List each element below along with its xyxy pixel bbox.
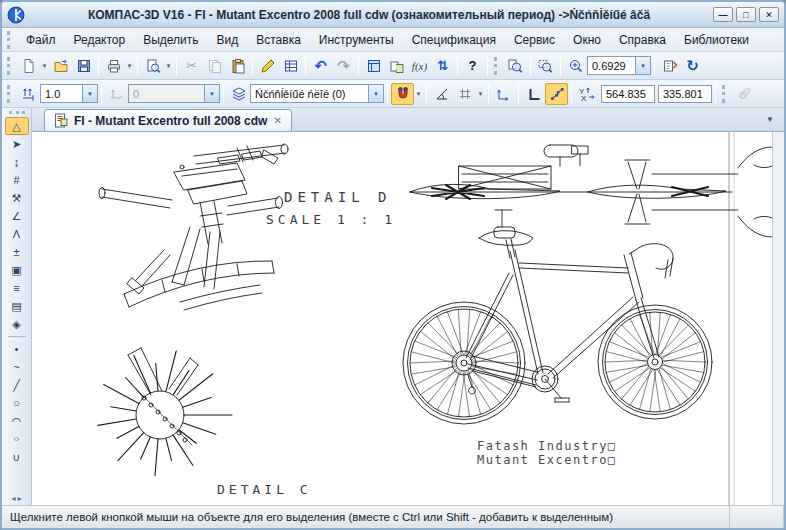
zoom-scale-combo-arrow[interactable]: ▼ (635, 57, 650, 74)
document-tab[interactable]: FI - Mutant Excentro full 2008 cdw ✕ (44, 109, 292, 131)
selection-plus-minus-icon[interactable]: ± (5, 243, 29, 261)
panel-scroll-next-icon[interactable]: ▸ (18, 494, 22, 503)
layer-value: Ńčńňĺěíűé ńëîé (0) (251, 88, 368, 100)
menu-item-6[interactable]: Спецификация (403, 30, 505, 50)
menu-item-1[interactable]: Редактор (65, 30, 135, 50)
zoom-by-frame-button[interactable] (534, 55, 557, 77)
window-manager-button[interactable] (362, 55, 385, 77)
menu-item-10[interactable]: Библиотеки (675, 30, 758, 50)
tab-close-icon[interactable]: ✕ (273, 115, 281, 126)
grid-dropdown[interactable]: ▼ (476, 83, 485, 105)
vertical-scrollbar[interactable] (772, 132, 784, 505)
cursor-step-combo[interactable]: 1.0 ▼ (40, 84, 98, 103)
panel-grip (9, 111, 25, 114)
toolbar-grip (7, 85, 12, 103)
resize-grip[interactable] (783, 506, 784, 528)
menu-item-4[interactable]: Вставка (247, 30, 310, 50)
maximize-button[interactable]: □ (736, 7, 756, 22)
save-button[interactable] (72, 55, 95, 77)
copies-combo: 0 ▼ (128, 84, 220, 103)
angle-snap-button[interactable] (430, 83, 453, 105)
circle-tool-icon[interactable]: ○ (5, 394, 29, 412)
selection-cursor-icon[interactable]: ➤ (5, 135, 29, 153)
variables-fx-button[interactable]: f(x) (408, 55, 431, 77)
drawing-canvas[interactable]: DETAIL D SCALE 1 : 1 Fatash Industry□ Mu… (32, 132, 784, 505)
open-document-button[interactable] (49, 55, 72, 77)
title-bar: КОМПАС-3D V16 - FI - Mutant Excentro 200… (2, 2, 784, 28)
menu-item-0[interactable]: Файл (17, 30, 65, 50)
hub-detail-view (98, 348, 232, 476)
detail-c-title: DETAIL C (217, 482, 312, 497)
zoom-by-page-button[interactable] (504, 55, 527, 77)
tab-list-dropdown-icon[interactable]: ▼ (760, 115, 780, 124)
layer-combo-arrow[interactable]: ▼ (368, 85, 383, 102)
x-coordinate-input[interactable] (601, 85, 655, 103)
status-cell (729, 506, 783, 528)
curve-tool-icon[interactable]: ∪ (5, 448, 29, 466)
copy-properties-button[interactable] (385, 55, 408, 77)
copies-icon (105, 83, 128, 105)
coordinates-icon: YX (575, 83, 598, 105)
geometry-icon[interactable]: △ (5, 117, 29, 135)
undo-button[interactable]: ↶ (309, 55, 332, 77)
object-properties-button[interactable] (279, 55, 302, 77)
segment-tool-icon[interactable]: ╱ (5, 376, 29, 394)
print-preview-dropdown[interactable]: ▼ (164, 55, 173, 77)
editing-hammer-icon[interactable]: ⚒ (5, 189, 29, 207)
menu-item-7[interactable]: Сервис (505, 30, 564, 50)
parameterization-icon[interactable]: ∠ (5, 207, 29, 225)
sheet-view-icon[interactable]: ◈ (5, 315, 29, 333)
ortho-mode-button[interactable] (522, 83, 545, 105)
hub-detail-spokes (98, 351, 232, 476)
new-document-dropdown[interactable]: ▼ (40, 55, 49, 77)
insert-view-icon[interactable]: ▤ (5, 297, 29, 315)
cursor-step-combo-arrow[interactable]: ▼ (82, 85, 97, 102)
print-button[interactable] (102, 55, 125, 77)
menu-item-3[interactable]: Вид (208, 30, 248, 50)
arc-tool-icon[interactable]: ◠ (5, 412, 29, 430)
redo-button[interactable]: ↷ (332, 55, 355, 77)
left-toolbar-icons: △➤↨#⚒∠Λ±▣≡▤◈•~╱○◠○∪ (5, 117, 29, 466)
menu-item-5[interactable]: Инструменты (310, 30, 403, 50)
minimize-button[interactable]: — (713, 7, 733, 22)
menu-item-8[interactable]: Окно (564, 30, 610, 50)
specification-window-icon[interactable]: ▣ (5, 261, 29, 279)
zoom-scale-combo[interactable]: 0.6929 ▼ (587, 56, 651, 75)
panel-scroll[interactable]: ◂ ▸ (11, 494, 21, 503)
document-tab-label: FI - Mutant Excentro full 2008 cdw (74, 114, 267, 128)
new-document-button[interactable] (17, 55, 40, 77)
print-preview-button[interactable] (141, 55, 164, 77)
whats-this-button[interactable]: ? (461, 55, 484, 77)
designations-icon[interactable]: # (5, 171, 29, 189)
change-numbering-button[interactable]: ⇅ (431, 55, 454, 77)
paste-button[interactable] (226, 55, 249, 77)
brand-line-2: Mutant Excentro□ (477, 453, 617, 467)
spline-tool-icon[interactable]: ~ (5, 358, 29, 376)
change-scale-button[interactable] (658, 55, 681, 77)
close-button[interactable]: ✕ (759, 7, 779, 22)
pen-style-button[interactable] (732, 83, 755, 105)
menu-item-9[interactable]: Справка (610, 30, 675, 50)
rounding-snap-button[interactable] (545, 83, 568, 105)
format-painter-button[interactable] (256, 55, 279, 77)
layer-combo[interactable]: Ńčńňĺěíűé ńëîé (0) ▼ (250, 84, 384, 103)
dimensions-icon[interactable]: ↨ (5, 153, 29, 171)
panel-scroll-prev-icon[interactable]: ◂ (11, 494, 15, 503)
cut-button[interactable]: ✂ (180, 55, 203, 77)
point-tool-icon[interactable]: • (5, 340, 29, 358)
snap-magnet-dropdown[interactable]: ▼ (414, 83, 423, 105)
refresh-image-button[interactable]: ↻ (681, 55, 704, 77)
layers-button[interactable] (227, 83, 250, 105)
local-cs-button[interactable] (492, 83, 515, 105)
ellipse-tool-icon[interactable]: ○ (5, 433, 29, 444)
cursor-step-icon (17, 83, 40, 105)
grid-button[interactable] (453, 83, 476, 105)
zoom-in-button[interactable] (564, 55, 587, 77)
y-coordinate-input[interactable] (658, 85, 712, 103)
snap-magnet-button[interactable] (391, 83, 414, 105)
reports-icon[interactable]: ≡ (5, 279, 29, 297)
menu-item-2[interactable]: Выделить (134, 30, 207, 50)
copy-button[interactable] (203, 55, 226, 77)
measure-icon[interactable]: Λ (5, 225, 29, 243)
print-dropdown[interactable]: ▼ (125, 55, 134, 77)
